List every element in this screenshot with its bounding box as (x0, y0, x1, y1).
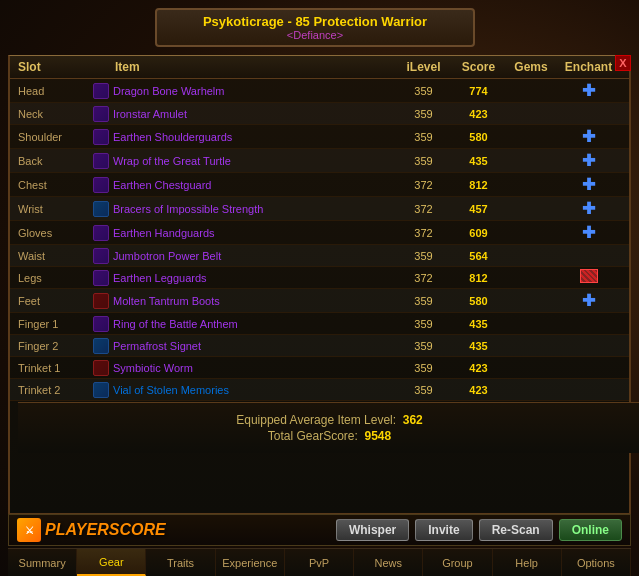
enchant-stripe-icon (580, 269, 598, 283)
table-row: Waist Jumbotron Power Belt 359 564 (10, 245, 629, 267)
total-score-line: Total GearScore: 9548 (26, 429, 633, 443)
tab-options[interactable]: Options (562, 549, 631, 576)
score-value: 812 (451, 272, 506, 284)
enchant-cell: ✚ (556, 81, 621, 100)
item-cell: Wrap of the Great Turtle (93, 153, 396, 169)
item-name[interactable]: Vial of Stolen Memories (113, 384, 229, 396)
item-icon (93, 338, 109, 354)
footer-stats: Equipped Average Item Level: 362 Total G… (18, 402, 639, 453)
item-name[interactable]: Earthen Handguards (113, 227, 215, 239)
item-icon (93, 177, 109, 193)
enchant-plus-icon[interactable]: ✚ (582, 292, 595, 309)
avg-item-level-line: Equipped Average Item Level: 362 (26, 413, 633, 427)
item-icon (93, 153, 109, 169)
guild-name: <Defiance> (165, 29, 465, 41)
tab-gear[interactable]: Gear (77, 549, 146, 576)
score-value: 423 (451, 108, 506, 120)
ilevel-value: 372 (396, 203, 451, 215)
enchant-plus-icon[interactable]: ✚ (582, 176, 595, 193)
ilevel-value: 372 (396, 179, 451, 191)
item-icon (93, 360, 109, 376)
item-name[interactable]: Molten Tantrum Boots (113, 295, 220, 307)
item-cell: Ironstar Amulet (93, 106, 396, 122)
table-row: Head Dragon Bone Warhelm 359 774 ✚ (10, 79, 629, 103)
item-name[interactable]: Earthen Chestguard (113, 179, 211, 191)
item-name[interactable]: Symbiotic Worm (113, 362, 193, 374)
enchant-plus-icon[interactable]: ✚ (582, 224, 595, 241)
header-enchant: Enchant (556, 60, 621, 74)
tab-group[interactable]: Group (423, 549, 492, 576)
slot-label: Head (18, 85, 93, 97)
ilevel-value: 359 (396, 295, 451, 307)
item-name[interactable]: Ironstar Amulet (113, 108, 187, 120)
avg-value: 362 (403, 413, 423, 427)
tab-experience[interactable]: Experience (216, 549, 285, 576)
enchant-plus-icon[interactable]: ✚ (582, 128, 595, 145)
invite-button[interactable]: Invite (415, 519, 472, 541)
score-value: 774 (451, 85, 506, 97)
item-name[interactable]: Bracers of Impossible Strength (113, 203, 263, 215)
ilevel-value: 359 (396, 250, 451, 262)
ilevel-value: 359 (396, 85, 451, 97)
item-icon (93, 270, 109, 286)
gear-panel: Slot Item iLevel Score Gems Enchant Head… (8, 55, 631, 515)
header-ilevel: iLevel (396, 60, 451, 74)
enchant-cell: ✚ (556, 151, 621, 170)
playerscore-bar: ⚔ PLAYERSCORE Whisper Invite Re-Scan Onl… (8, 514, 631, 546)
item-cell: Bracers of Impossible Strength (93, 201, 396, 217)
item-icon (93, 316, 109, 332)
score-value: 457 (451, 203, 506, 215)
main-container: Psykoticrage - 85 Protection Warrior <De… (0, 0, 639, 576)
item-cell: Jumbotron Power Belt (93, 248, 396, 264)
slot-label: Wrist (18, 203, 93, 215)
table-row: Trinket 2 Vial of Stolen Memories 359 42… (10, 379, 629, 401)
item-name[interactable]: Ring of the Battle Anthem (113, 318, 238, 330)
item-name[interactable]: Jumbotron Power Belt (113, 250, 221, 262)
tab-help[interactable]: Help (493, 549, 562, 576)
score-value: 609 (451, 227, 506, 239)
tab-traits[interactable]: Traits (146, 549, 215, 576)
table-row: Trinket 1 Symbiotic Worm 359 423 (10, 357, 629, 379)
enchant-cell: ✚ (556, 223, 621, 242)
score-value: 435 (451, 155, 506, 167)
enchant-cell: ✚ (556, 127, 621, 146)
enchant-plus-icon[interactable]: ✚ (582, 152, 595, 169)
whisper-button[interactable]: Whisper (336, 519, 409, 541)
tab-pvp[interactable]: PvP (285, 549, 354, 576)
slot-label: Shoulder (18, 131, 93, 143)
item-cell: Earthen Legguards (93, 270, 396, 286)
item-name[interactable]: Earthen Legguards (113, 272, 207, 284)
score-label: Total GearScore: (268, 429, 358, 443)
item-name[interactable]: Dragon Bone Warhelm (113, 85, 224, 97)
item-icon (93, 293, 109, 309)
enchant-plus-icon[interactable]: ✚ (582, 200, 595, 217)
item-name[interactable]: Permafrost Signet (113, 340, 201, 352)
rescan-button[interactable]: Re-Scan (479, 519, 553, 541)
online-button[interactable]: Online (559, 519, 622, 541)
avg-label: Equipped Average Item Level: (236, 413, 396, 427)
item-cell: Molten Tantrum Boots (93, 293, 396, 309)
enchant-plus-icon[interactable]: ✚ (582, 82, 595, 99)
tab-news[interactable]: News (354, 549, 423, 576)
item-name[interactable]: Earthen Shoulderguards (113, 131, 232, 143)
item-icon (93, 201, 109, 217)
item-name[interactable]: Wrap of the Great Turtle (113, 155, 231, 167)
slot-label: Gloves (18, 227, 93, 239)
table-row: Chest Earthen Chestguard 372 812 ✚ (10, 173, 629, 197)
ilevel-value: 359 (396, 340, 451, 352)
enchant-cell: ✚ (556, 199, 621, 218)
ps-logo: ⚔ PLAYERSCORE (17, 518, 166, 542)
slot-label: Chest (18, 179, 93, 191)
enchant-cell (556, 269, 621, 286)
slot-label: Feet (18, 295, 93, 307)
score-value: 423 (451, 384, 506, 396)
ps-buttons: Whisper Invite Re-Scan Online (336, 519, 622, 541)
tab-summary[interactable]: Summary (8, 549, 77, 576)
item-cell: Earthen Chestguard (93, 177, 396, 193)
header-item: Item (93, 60, 396, 74)
item-icon (93, 129, 109, 145)
close-button[interactable]: X (615, 55, 631, 71)
table-row: Wrist Bracers of Impossible Strength 372… (10, 197, 629, 221)
item-icon (93, 106, 109, 122)
score-value: 580 (451, 295, 506, 307)
